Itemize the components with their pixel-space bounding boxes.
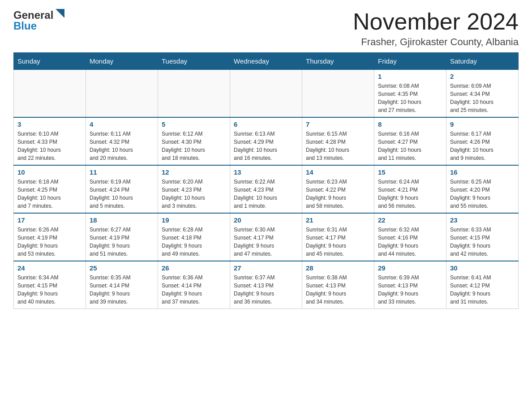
calendar-day-cell	[86, 70, 158, 118]
day-number: 3	[17, 120, 82, 128]
day-info: Sunrise: 6:36 AMSunset: 4:14 PMDaylight:…	[162, 274, 226, 306]
day-number: 27	[234, 264, 298, 272]
day-info: Sunrise: 6:20 AMSunset: 4:23 PMDaylight:…	[162, 178, 226, 210]
calendar-day-cell: 7Sunrise: 6:15 AMSunset: 4:28 PMDaylight…	[302, 117, 374, 165]
calendar-day-cell: 19Sunrise: 6:28 AMSunset: 4:18 PMDayligh…	[158, 213, 230, 261]
calendar-header-tuesday: Tuesday	[158, 53, 230, 70]
calendar-day-cell: 20Sunrise: 6:30 AMSunset: 4:17 PMDayligh…	[230, 213, 302, 261]
logo-arrow-icon	[55, 9, 64, 19]
calendar-day-cell: 21Sunrise: 6:31 AMSunset: 4:17 PMDayligh…	[302, 213, 374, 261]
day-info: Sunrise: 6:28 AMSunset: 4:18 PMDaylight:…	[162, 226, 226, 258]
calendar-day-cell: 1Sunrise: 6:08 AMSunset: 4:35 PMDaylight…	[374, 70, 446, 118]
day-number: 9	[450, 120, 515, 128]
day-info: Sunrise: 6:09 AMSunset: 4:34 PMDaylight:…	[450, 82, 515, 114]
calendar-day-cell	[158, 70, 230, 118]
calendar-day-cell: 24Sunrise: 6:34 AMSunset: 4:15 PMDayligh…	[14, 261, 86, 309]
calendar-day-cell: 22Sunrise: 6:32 AMSunset: 4:16 PMDayligh…	[374, 213, 446, 261]
calendar-day-cell: 23Sunrise: 6:33 AMSunset: 4:15 PMDayligh…	[446, 213, 519, 261]
title-section: November 2024 Frasher, Gjirokaster Count…	[353, 9, 519, 48]
day-number: 28	[306, 264, 370, 272]
day-number: 29	[378, 264, 442, 272]
day-info: Sunrise: 6:25 AMSunset: 4:20 PMDaylight:…	[450, 178, 515, 210]
day-number: 2	[450, 73, 515, 80]
day-info: Sunrise: 6:32 AMSunset: 4:16 PMDaylight:…	[378, 226, 442, 258]
day-info: Sunrise: 6:12 AMSunset: 4:30 PMDaylight:…	[162, 130, 226, 162]
calendar-day-cell: 25Sunrise: 6:35 AMSunset: 4:14 PMDayligh…	[86, 261, 158, 309]
calendar-day-cell: 28Sunrise: 6:38 AMSunset: 4:13 PMDayligh…	[302, 261, 374, 309]
calendar-day-cell: 30Sunrise: 6:41 AMSunset: 4:12 PMDayligh…	[446, 261, 519, 309]
calendar-day-cell: 8Sunrise: 6:16 AMSunset: 4:27 PMDaylight…	[374, 117, 446, 165]
day-info: Sunrise: 6:24 AMSunset: 4:21 PMDaylight:…	[378, 178, 442, 210]
calendar-week-row: 10Sunrise: 6:18 AMSunset: 4:25 PMDayligh…	[14, 165, 519, 213]
day-info: Sunrise: 6:33 AMSunset: 4:15 PMDaylight:…	[450, 226, 515, 258]
day-number: 4	[90, 120, 154, 128]
calendar-day-cell: 13Sunrise: 6:22 AMSunset: 4:23 PMDayligh…	[230, 165, 302, 213]
calendar-header-friday: Friday	[374, 53, 446, 70]
day-number: 24	[17, 264, 82, 272]
calendar-day-cell: 17Sunrise: 6:26 AMSunset: 4:19 PMDayligh…	[14, 213, 86, 261]
calendar-day-cell	[14, 70, 86, 118]
calendar-day-cell: 18Sunrise: 6:27 AMSunset: 4:19 PMDayligh…	[86, 213, 158, 261]
day-info: Sunrise: 6:08 AMSunset: 4:35 PMDaylight:…	[378, 82, 442, 114]
day-info: Sunrise: 6:26 AMSunset: 4:19 PMDaylight:…	[17, 226, 82, 258]
day-info: Sunrise: 6:17 AMSunset: 4:26 PMDaylight:…	[450, 130, 515, 162]
day-number: 26	[162, 264, 226, 272]
day-number: 25	[90, 264, 154, 272]
calendar-day-cell: 3Sunrise: 6:10 AMSunset: 4:33 PMDaylight…	[14, 117, 86, 165]
day-info: Sunrise: 6:41 AMSunset: 4:12 PMDaylight:…	[450, 274, 515, 306]
day-info: Sunrise: 6:38 AMSunset: 4:13 PMDaylight:…	[306, 274, 370, 306]
calendar-day-cell: 2Sunrise: 6:09 AMSunset: 4:34 PMDaylight…	[446, 70, 519, 118]
calendar-table: SundayMondayTuesdayWednesdayThursdayFrid…	[13, 52, 519, 309]
day-number: 22	[378, 216, 442, 224]
day-info: Sunrise: 6:15 AMSunset: 4:28 PMDaylight:…	[306, 130, 370, 162]
calendar-week-row: 1Sunrise: 6:08 AMSunset: 4:35 PMDaylight…	[14, 70, 519, 118]
logo-blue-text: Blue	[13, 20, 37, 32]
calendar-day-cell: 26Sunrise: 6:36 AMSunset: 4:14 PMDayligh…	[158, 261, 230, 309]
day-info: Sunrise: 6:19 AMSunset: 4:24 PMDaylight:…	[90, 178, 154, 210]
day-number: 21	[306, 216, 370, 224]
calendar-header-row: SundayMondayTuesdayWednesdayThursdayFrid…	[14, 53, 519, 70]
calendar-day-cell: 27Sunrise: 6:37 AMSunset: 4:13 PMDayligh…	[230, 261, 302, 309]
calendar-header-sunday: Sunday	[14, 53, 86, 70]
day-number: 10	[17, 168, 82, 176]
day-number: 19	[162, 216, 226, 224]
day-info: Sunrise: 6:39 AMSunset: 4:13 PMDaylight:…	[378, 274, 442, 306]
day-info: Sunrise: 6:34 AMSunset: 4:15 PMDaylight:…	[17, 274, 82, 306]
day-number: 8	[378, 120, 442, 128]
day-info: Sunrise: 6:27 AMSunset: 4:19 PMDaylight:…	[90, 226, 154, 258]
day-number: 15	[378, 168, 442, 176]
calendar-week-row: 24Sunrise: 6:34 AMSunset: 4:15 PMDayligh…	[14, 261, 519, 309]
calendar-week-row: 17Sunrise: 6:26 AMSunset: 4:19 PMDayligh…	[14, 213, 519, 261]
day-number: 20	[234, 216, 298, 224]
day-number: 11	[90, 168, 154, 176]
day-info: Sunrise: 6:30 AMSunset: 4:17 PMDaylight:…	[234, 226, 298, 258]
main-title: November 2024	[353, 9, 519, 34]
calendar-day-cell: 6Sunrise: 6:13 AMSunset: 4:29 PMDaylight…	[230, 117, 302, 165]
calendar-day-cell: 16Sunrise: 6:25 AMSunset: 4:20 PMDayligh…	[446, 165, 519, 213]
calendar-header-wednesday: Wednesday	[230, 53, 302, 70]
day-info: Sunrise: 6:35 AMSunset: 4:14 PMDaylight:…	[90, 274, 154, 306]
calendar-day-cell: 9Sunrise: 6:17 AMSunset: 4:26 PMDaylight…	[446, 117, 519, 165]
day-info: Sunrise: 6:31 AMSunset: 4:17 PMDaylight:…	[306, 226, 370, 258]
day-number: 5	[162, 120, 226, 128]
page-header: General Blue November 2024 Frasher, Gjir…	[13, 9, 519, 48]
day-number: 17	[17, 216, 82, 224]
day-number: 16	[450, 168, 515, 176]
day-info: Sunrise: 6:11 AMSunset: 4:32 PMDaylight:…	[90, 130, 154, 162]
day-info: Sunrise: 6:18 AMSunset: 4:25 PMDaylight:…	[17, 178, 82, 210]
calendar-day-cell: 29Sunrise: 6:39 AMSunset: 4:13 PMDayligh…	[374, 261, 446, 309]
day-number: 1	[378, 73, 442, 80]
calendar-day-cell	[230, 70, 302, 118]
day-number: 30	[450, 264, 515, 272]
day-info: Sunrise: 6:16 AMSunset: 4:27 PMDaylight:…	[378, 130, 442, 162]
calendar-week-row: 3Sunrise: 6:10 AMSunset: 4:33 PMDaylight…	[14, 117, 519, 165]
svg-marker-0	[56, 9, 64, 18]
calendar-header-thursday: Thursday	[302, 53, 374, 70]
calendar-day-cell: 15Sunrise: 6:24 AMSunset: 4:21 PMDayligh…	[374, 165, 446, 213]
day-number: 7	[306, 120, 370, 128]
calendar-day-cell	[302, 70, 374, 118]
day-number: 13	[234, 168, 298, 176]
day-info: Sunrise: 6:23 AMSunset: 4:22 PMDaylight:…	[306, 178, 370, 210]
day-number: 18	[90, 216, 154, 224]
logo: General Blue	[13, 9, 64, 32]
